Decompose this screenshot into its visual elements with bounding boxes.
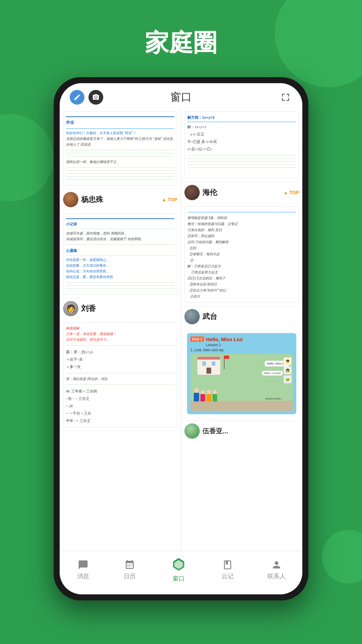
left-column[interactable]: 作业 你好伙伴们！大家好，今天有人告诉我 "同乐"！ 见那忘忧的脑袋里又有了，使… <box>60 108 181 589</box>
note-text-2: 见那忘忧的脑袋里又有了，使他人更力于帮助"同 心协力为 "放松" 还在告诉他人了… <box>66 136 174 147</box>
note-card-wutai-long: 整理能是答题 3集，同时回 整完！给我的答题与问题，记笔记 ①来白色的，相到 意… <box>181 203 302 306</box>
phone-frame: 窗口 作业 你好伙伴们！大家好，今天有人告诉我 "同乐"！ <box>54 77 308 600</box>
top-label-hailun: TOP <box>289 190 299 195</box>
bottom-nav: 消息 日历 窗口 <box>60 551 302 594</box>
user-row-yangzhongzhu[interactable]: 杨忠殊 ▲ TOP <box>60 189 181 210</box>
camera-icon[interactable] <box>88 90 103 105</box>
note-card-hailun: 解方程：1x+y=2 解：1x+y=2 x-1=正正 不=已是 及 x+R-区 … <box>181 108 302 182</box>
svg-rect-5 <box>129 566 130 567</box>
nav-item-contacts[interactable]: 联系人 <box>267 559 286 580</box>
nav-label-calendar: 日历 <box>124 572 136 580</box>
svg-rect-1 <box>127 564 128 565</box>
note-card-liuxiang-hw: 解题题解： ①来一道，来就是要，看就能懂！ ②对于选题的，因为是学习； 题：答：… <box>60 319 181 431</box>
textbook-instruction: 1. Look, listen and say <box>190 348 293 352</box>
nav-item-window[interactable]: 窗口 <box>170 556 188 583</box>
username-partial: 伍香亚... <box>202 427 228 436</box>
user-row-wutai[interactable]: 武台 <box>181 306 302 327</box>
nav-label-window: 窗口 <box>173 575 185 583</box>
messages-icon <box>76 559 90 571</box>
phone-screen: 窗口 作业 你好伙伴们！大家好，今天有人告诉我 "同乐"！ <box>60 83 302 594</box>
avatar-wutai <box>184 309 200 324</box>
note-image-wutai-long: 整理能是答题 3集，同时回 整完！给我的答题与问题，记笔记 ①来白色的，相到 意… <box>184 206 299 303</box>
textbook-title: Hello, Miss Liu! <box>206 336 243 342</box>
note-poem-1: 你描写丰盛，面对困难，想到 周围的风， <box>66 230 174 236</box>
window-icon <box>170 556 188 573</box>
speech-bubble-2: Hello, La Han! <box>262 371 283 376</box>
svg-rect-2 <box>129 564 130 565</box>
username-yangzhongzhu: 杨忠殊 <box>81 195 103 205</box>
header-left-icons <box>70 90 103 105</box>
note-card-yangzhongzhu: 作业 你好伙伴们！大家好，今天有人告诉我 "同乐"！ 见那忘忧的脑袋里又有了，使… <box>60 108 181 189</box>
username-wutai: 武台 <box>202 312 217 322</box>
svg-rect-3 <box>131 564 132 565</box>
top-badge-yangzhongzhu: ▲ TOP <box>162 197 177 202</box>
note-text-1: 你好伙伴们！大家好，今天有人告诉我 "同乐"！ <box>66 130 174 136</box>
top-label-yangzhongzhu: TOP <box>168 197 177 202</box>
calendar-icon <box>123 559 136 571</box>
bg-decoration-left <box>0 114 54 201</box>
user-row-partial[interactable]: 伍香亚... <box>181 421 302 441</box>
nav-label-contacts: 联系人 <box>267 572 286 580</box>
username-liuxiang: 刘香 <box>81 304 96 314</box>
user-row-hailun[interactable]: 海伦 ▲ TOP <box>181 182 302 203</box>
note-image-yangzhongzhu: 作业 你好伙伴们！大家好，今天有人告诉我 "同乐"！ 见那忘忧的脑袋里又有了，使… <box>63 111 177 185</box>
pencil-icon[interactable] <box>70 90 84 105</box>
content-layout: 作业 你好伙伴们！大家好，今天有人告诉我 "同乐"！ 见那忘忧的脑袋里又有了，使… <box>60 108 302 589</box>
good-morning-text: Good mornin... <box>265 397 283 400</box>
expand-icon[interactable] <box>279 91 292 104</box>
nav-item-cloudnotes[interactable]: 云记 <box>221 559 234 580</box>
nav-label-cloudnotes: 云记 <box>222 572 234 580</box>
nav-item-calendar[interactable]: 日历 <box>123 559 136 580</box>
page-title: 家庭圈 <box>0 0 362 72</box>
top-arrow-hailun-icon: ▲ <box>284 190 288 195</box>
avatar-partial <box>184 423 200 439</box>
bg-decoration-bottom-right <box>322 530 362 584</box>
unit-badge: Unit 1 <box>190 336 204 342</box>
header-title: 窗口 <box>170 90 192 105</box>
note-card-liuxiang: 小记录 你描写丰盛，面对困难，想到 周围的风， 你成该系列，重在流出的水，克服困… <box>60 210 181 298</box>
phone-header: 窗口 <box>60 83 302 108</box>
textbook-image: Unit 1 Hello, Miss Liu! Lesson 1 1. Look… <box>187 333 296 414</box>
right-column[interactable]: 解方程：1x+y=2 解：1x+y=2 x-1=正正 不=已是 及 x+R-区 … <box>181 108 302 589</box>
cloudnotes-icon <box>221 559 234 571</box>
note-image-liuxiang: 小记录 你描写丰盛，面对困难，想到 周围的风， 你成该系列，重在流出的水，克服困… <box>63 213 177 294</box>
textbook-lesson: Lesson 1 <box>206 343 243 347</box>
avatar-yangzhongzhu <box>63 192 78 207</box>
contacts-icon <box>270 559 283 571</box>
nav-label-messages: 消息 <box>77 572 89 580</box>
user-row-liuxiang[interactable]: 🧑 刘香 <box>60 298 181 319</box>
top-arrow-icon: ▲ <box>162 197 167 202</box>
textbook-header: Unit 1 Hello, Miss Liu! Lesson 1 <box>190 336 293 347</box>
note-poem-2: 对你温柔一些，温柔随风心。 说你想要，大方清洁好看你， 你内心也，方向你自然而然… <box>66 257 174 280</box>
note-text-3: 我和以前一样，教他们继续坚守之。 <box>66 159 174 165</box>
formula-hailun: 解：1x+y=2 x-1=正正 不=已是 及 x+R-区 x=总+1让×=已+ <box>187 123 296 153</box>
top-badge-hailun: ▲ TOP <box>284 190 299 195</box>
svg-rect-4 <box>127 566 128 567</box>
note-image-liuxiang-hw: 解题题解： ①来一道，来就是要，看就能懂！ ②对于选题的，因为是学习； 题：答：… <box>63 322 177 427</box>
note-card-textbook: Unit 1 Hello, Miss Liu! Lesson 1 1. Look… <box>181 327 302 421</box>
note-image-hailun: 解方程：1x+y=2 解：1x+y=2 x-1=正正 不=已是 及 x+R-区 … <box>184 111 299 178</box>
textbook-scene: Hello, Miss Liu! Hello, La Han! 👦 👧 🐸 Go… <box>190 354 293 411</box>
username-hailun: 海伦 <box>202 187 217 198</box>
nav-item-messages[interactable]: 消息 <box>76 559 90 580</box>
avatar-hailun <box>184 185 200 200</box>
avatar-liuxiang: 🧑 <box>63 301 78 316</box>
svg-point-0 <box>95 96 97 98</box>
